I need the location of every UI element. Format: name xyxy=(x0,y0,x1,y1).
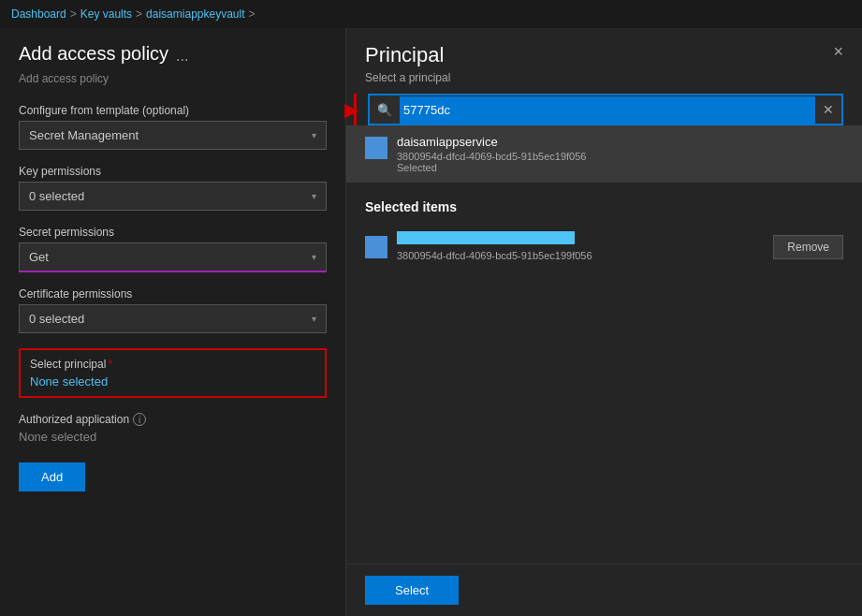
select-principal-box: Select principal* None selected xyxy=(19,348,327,398)
selected-item-name-blurred xyxy=(397,231,575,244)
result-item-name: daisamiappservice xyxy=(397,135,586,149)
breadcrumb-sep-1: > xyxy=(70,7,77,21)
right-panel-header: Principal Select a principal × xyxy=(346,28,862,84)
authorized-app-label-row: Authorized application i xyxy=(19,413,327,426)
add-button[interactable]: Add xyxy=(19,462,85,491)
result-item-info: daisamiappservice 3800954d-dfcd-4069-bcd… xyxy=(397,135,586,173)
breadcrumb-sep-3: > xyxy=(249,7,256,21)
close-button[interactable]: × xyxy=(833,43,843,60)
configure-label: Configure from template (optional) xyxy=(19,104,327,117)
certificate-permissions-label: Certificate permissions xyxy=(19,287,327,301)
result-item-selected-tag: Selected xyxy=(397,162,586,173)
authorized-app-value: None selected xyxy=(19,430,327,444)
configure-select[interactable]: Secret Management ▾ xyxy=(19,121,327,150)
key-permissions-chevron: ▾ xyxy=(312,191,316,201)
key-permissions-value: 0 selected xyxy=(29,189,84,203)
search-clear-icon[interactable]: ✕ xyxy=(815,95,841,124)
required-marker: * xyxy=(108,358,112,371)
right-panel: Principal Select a principal × ▶ 🔍 ✕ dai… xyxy=(346,28,862,616)
selected-items-title: Selected items xyxy=(365,199,843,214)
key-permissions-group: Key permissions 0 selected ▾ xyxy=(19,165,327,211)
key-permissions-label: Key permissions xyxy=(19,165,327,178)
certificate-chevron: ▾ xyxy=(312,314,316,324)
select-principal-value[interactable]: None selected xyxy=(30,374,315,389)
selected-item-icon xyxy=(365,236,387,258)
right-panel-title-group: Principal Select a principal xyxy=(365,43,450,84)
select-principal-label: Select principal xyxy=(30,358,106,371)
selected-items-section: Selected items 3800954d-dfcd-4069-bcd5-9… xyxy=(346,184,862,285)
page-subtitle: Add access policy xyxy=(19,72,327,85)
ellipsis-button[interactable]: ... xyxy=(176,48,188,65)
secret-permissions-select[interactable]: Get ▾ xyxy=(19,242,327,272)
select-button[interactable]: Select xyxy=(365,576,459,605)
remove-button[interactable]: Remove xyxy=(773,235,843,259)
left-panel: Add access policy ... Add access policy … xyxy=(0,28,346,616)
search-input[interactable] xyxy=(400,96,815,124)
selected-item-info: 3800954d-dfcd-4069-bcd5-91b5ec199f056 xyxy=(397,231,764,262)
authorized-app-group: Authorized application i None selected xyxy=(19,413,327,444)
secret-permissions-group: Secret permissions Get ▾ xyxy=(19,226,327,272)
secret-permissions-select-wrapper: Get ▾ xyxy=(19,242,327,272)
breadcrumb-vault[interactable]: daisamiappkeyvault xyxy=(146,7,244,21)
certificate-permissions-value: 0 selected xyxy=(29,312,84,326)
certificate-permissions-select[interactable]: 0 selected ▾ xyxy=(19,304,327,333)
select-principal-label-row: Select principal* xyxy=(30,358,315,371)
certificate-permissions-select-wrapper: 0 selected ▾ xyxy=(19,304,327,333)
configure-group: Configure from template (optional) Secre… xyxy=(19,104,327,150)
right-panel-title: Principal xyxy=(365,43,450,67)
info-icon[interactable]: i xyxy=(133,413,146,426)
breadcrumb: Dashboard > Key vaults > daisamiappkeyva… xyxy=(0,0,862,28)
certificate-permissions-group: Certificate permissions 0 selected ▾ xyxy=(19,287,327,333)
selected-item-id: 3800954d-dfcd-4069-bcd5-91b5ec199f056 xyxy=(397,250,592,261)
breadcrumb-keyvaults[interactable]: Key vaults xyxy=(80,7,132,21)
breadcrumb-dashboard[interactable]: Dashboard xyxy=(11,7,66,21)
page-title: Add access policy xyxy=(19,43,168,65)
configure-chevron: ▾ xyxy=(312,130,316,140)
key-permissions-select[interactable]: 0 selected ▾ xyxy=(19,182,327,211)
breadcrumb-sep-2: > xyxy=(136,7,142,21)
secret-permissions-label: Secret permissions xyxy=(19,226,327,239)
result-item-icon xyxy=(365,137,387,159)
secret-permissions-value: Get xyxy=(29,250,49,264)
red-arrow-indicator: ▶ xyxy=(344,100,358,119)
search-result-item[interactable]: daisamiappservice 3800954d-dfcd-4069-bcd… xyxy=(346,125,862,183)
configure-value: Secret Management xyxy=(29,128,139,142)
search-area: 🔍 ✕ xyxy=(354,94,862,125)
search-wrapper: 🔍 ✕ xyxy=(368,94,843,125)
search-icon: 🔍 xyxy=(370,96,400,124)
right-panel-footer: Select xyxy=(346,564,862,616)
result-item-id: 3800954d-dfcd-4069-bcd5-91b5ec19f056 xyxy=(397,151,586,162)
authorized-app-label: Authorized application xyxy=(19,413,129,426)
secret-permissions-chevron: ▾ xyxy=(312,252,316,262)
configure-select-wrapper: Secret Management ▾ xyxy=(19,121,327,150)
key-permissions-select-wrapper: 0 selected ▾ xyxy=(19,182,327,211)
selected-item-row: 3800954d-dfcd-4069-bcd5-91b5ec199f056 Re… xyxy=(365,224,843,270)
right-panel-subtitle: Select a principal xyxy=(365,71,450,84)
